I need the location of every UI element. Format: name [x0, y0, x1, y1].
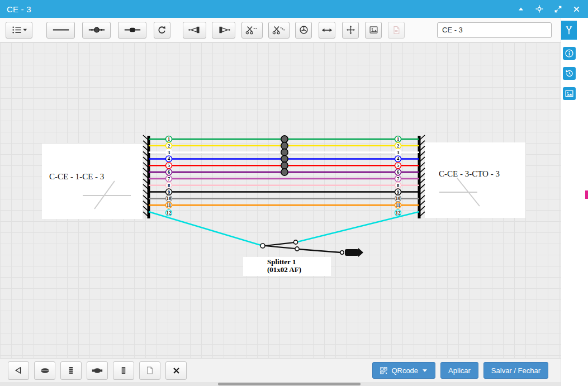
- fiber-6-number-left: 6: [166, 169, 172, 175]
- save-close-button-label: Salvar / Fechar: [491, 366, 540, 375]
- svg-text:9: 9: [397, 189, 399, 195]
- collapse-button[interactable]: [516, 4, 526, 14]
- export-image-button[interactable]: [365, 22, 382, 39]
- qrcode-icon: [380, 367, 387, 374]
- footer-bar: QRcode Aplicar Salvar / Fechar: [0, 358, 561, 382]
- splice-canvas[interactable]: C-CE - 1-CE - 3C-CE - 3-CTO - 3Splitter …: [0, 42, 561, 358]
- qrcode-button[interactable]: QRcode: [372, 362, 435, 379]
- refresh-button[interactable]: [154, 22, 170, 39]
- apply-button-label: Aplicar: [448, 366, 471, 375]
- fusion-splice-2[interactable]: [281, 142, 288, 149]
- collapse-panel-button[interactable]: [8, 361, 29, 380]
- note-icon: [145, 366, 154, 375]
- add-fusion-through-button[interactable]: [87, 361, 108, 380]
- left-cable-label: C-CE - 1-CE - 3: [49, 172, 104, 181]
- fiber-5-number-left: 5: [166, 163, 172, 169]
- history-icon: [565, 69, 574, 78]
- window-titlebar: CE - 3: [0, 0, 588, 18]
- line-fusion-icon: [87, 25, 106, 35]
- cable-icon: [67, 366, 75, 375]
- cut-tubes-button[interactable]: [268, 22, 290, 39]
- splice-icon: [564, 25, 574, 35]
- splitter-label-box[interactable]: Splitter 1(01x02 AF): [243, 257, 331, 276]
- close-icon: [573, 6, 580, 13]
- diagram-name-input[interactable]: [437, 22, 552, 38]
- fusion-splice-3[interactable]: [281, 149, 288, 155]
- fullscreen-button[interactable]: [553, 4, 563, 14]
- horizontal-scrollbar[interactable]: [0, 382, 561, 386]
- svg-text:8: 8: [168, 183, 170, 188]
- connector[interactable]: [340, 248, 363, 257]
- window-controls: [516, 4, 581, 14]
- cut-fibers-button[interactable]: [241, 22, 263, 39]
- fusion-splice-5[interactable]: [281, 162, 288, 169]
- draw-mode-menu-button[interactable]: [6, 22, 32, 39]
- splitter-left-icon: [188, 25, 202, 35]
- line-icon: [51, 25, 70, 35]
- delete-button[interactable]: [165, 361, 187, 380]
- fiber-4-number-left: 4: [166, 156, 172, 162]
- position-button[interactable]: [534, 4, 544, 14]
- fiber-8-number-left: 8: [166, 182, 172, 188]
- fusion-splice-1[interactable]: [281, 136, 288, 142]
- horizontal-scrollbar-handle[interactable]: [218, 383, 361, 385]
- add-splitter-right-button[interactable]: [212, 22, 235, 39]
- add-fusion-button[interactable]: [34, 361, 55, 380]
- left-cable-box[interactable]: C-CE - 1-CE - 3: [42, 144, 143, 219]
- fusion-pins-icon: [92, 366, 103, 375]
- right-cable-end[interactable]: [419, 135, 425, 218]
- svg-text:12: 12: [167, 210, 172, 216]
- draw-connector-line-button[interactable]: [118, 22, 146, 39]
- close-x-icon: [172, 366, 181, 375]
- info-button[interactable]: [563, 47, 576, 60]
- target-icon: [535, 5, 543, 13]
- resize-horizontal-button[interactable]: [319, 22, 335, 39]
- svg-text:3: 3: [168, 150, 170, 155]
- chevron-down-icon: [422, 369, 428, 373]
- move-button[interactable]: [342, 22, 359, 39]
- fiber-12-left[interactable]: [149, 212, 263, 246]
- scroll-position-marker: [585, 190, 588, 199]
- fiber-7-number-right: 7: [395, 175, 401, 182]
- background-image-button[interactable]: [563, 87, 576, 100]
- history-button[interactable]: [563, 67, 576, 80]
- footer-tools: [8, 361, 187, 380]
- fusion-splice-4[interactable]: [281, 155, 288, 162]
- svg-text:11: 11: [396, 202, 400, 208]
- fiber-7-number-left: 7: [166, 175, 172, 182]
- fiber-1-number-left: 1: [166, 136, 172, 142]
- fan-out-button[interactable]: [295, 22, 312, 39]
- splice-diagram[interactable]: C-CE - 1-CE - 3C-CE - 3-CTO - 3Splitter …: [0, 42, 561, 358]
- fusion-splice-6[interactable]: [281, 169, 288, 175]
- info-icon: [565, 49, 574, 58]
- add-cable-striped-button[interactable]: [113, 361, 134, 380]
- toolbar: [0, 18, 561, 42]
- close-button[interactable]: [571, 4, 581, 14]
- draw-line-button[interactable]: [46, 22, 75, 39]
- draw-fusion-line-button[interactable]: [82, 22, 111, 39]
- right-cable-box[interactable]: C-CE - 3-CTO - 3: [425, 142, 525, 218]
- fiber-12-number-left: 12: [166, 210, 172, 216]
- fiber-12-right[interactable]: [297, 212, 419, 242]
- add-splitter-left-button[interactable]: [183, 22, 206, 39]
- splice-diagram-tool-button[interactable]: [561, 21, 577, 40]
- export-pdf-button[interactable]: [388, 22, 405, 39]
- add-note-button[interactable]: [139, 361, 160, 380]
- svg-text:12: 12: [396, 210, 401, 216]
- fiber-10-number-left: 10: [166, 196, 172, 202]
- left-cable-end[interactable]: [143, 135, 149, 218]
- svg-text:5: 5: [397, 163, 399, 168]
- save-close-button[interactable]: Salvar / Fechar: [483, 362, 548, 379]
- fiber-11-number-left: 11: [166, 202, 172, 208]
- line-connector-icon: [123, 25, 142, 35]
- splitter[interactable]: [260, 240, 341, 252]
- fiber-2-number-right: 2: [395, 142, 401, 149]
- apply-button[interactable]: Aplicar: [440, 362, 478, 379]
- svg-text:9: 9: [168, 189, 170, 195]
- splitter-output-port-2: [295, 247, 299, 251]
- svg-text:8: 8: [397, 183, 399, 188]
- add-cable-button[interactable]: [60, 361, 82, 380]
- svg-text:11: 11: [167, 202, 171, 208]
- fiber-5-number-right: 5: [395, 163, 401, 169]
- fiber-3-number-left: 3: [166, 149, 172, 155]
